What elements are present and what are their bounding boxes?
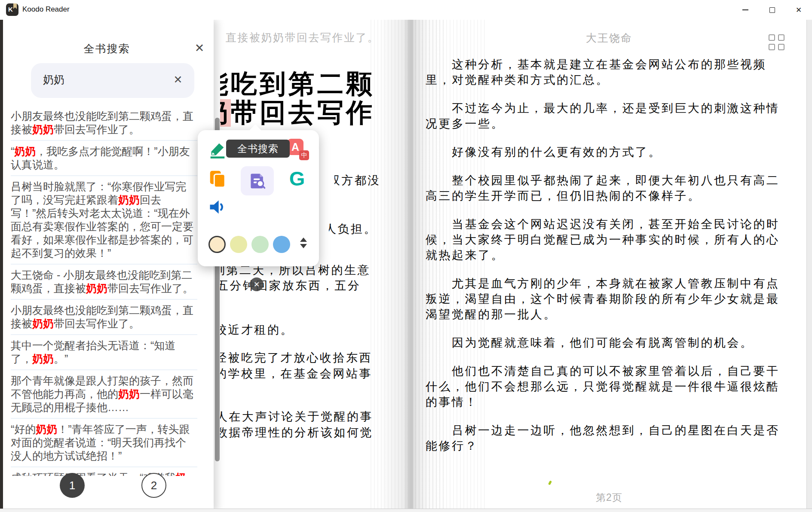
- search-result-item[interactable]: 那个青年就像是跟人打架的孩子，然而不管他能力再高，他的奶奶一样可以毫无顾忌的用棍…: [11, 370, 197, 419]
- window-left-edge: [0, 20, 3, 512]
- left-page-fragment-text: 校近才租的。: [220, 323, 294, 337]
- sort-up-arrow: [300, 238, 307, 242]
- book-text-line: 不过迄今为止，最大的几率，还是受到巨大的刺激这种情: [426, 101, 795, 116]
- search-result-item[interactable]: “奶奶，我吃多点才能觉醒啊！”小朋友认真说道。: [11, 141, 197, 176]
- search-result-line: “奶奶，我吃多点才能觉醒啊！”小朋友: [11, 145, 197, 158]
- search-result-item[interactable]: 其中一个觉醒者抬头无语道：“知道了，奶奶。”: [11, 335, 197, 370]
- search-result-line: 了吗，没写完赶紧跟着奶奶回去: [11, 193, 197, 207]
- book-text-line: 他们也不清楚自己真的可以不被家里管着以后，自己要干: [426, 363, 795, 379]
- search-result-text: 看好，如果寒假作业都是抄答案的，可: [11, 234, 193, 246]
- search-result-line: 接被奶奶带回去写作业了。: [11, 123, 197, 136]
- book-paragraph: 尤其是血气方刚的少年，本身就在被家人管教压制中有点叛逆，渴望自由，这个时候青春期…: [426, 276, 795, 322]
- book-text-line: 尤其是血气方刚的少年，本身就在被家人管教压制中有点: [426, 276, 795, 291]
- search-result-item[interactable]: 大王饶命 - 小朋友最终也没能吃到第二颗鸡蛋，直接被奶奶带回去写作业了。: [11, 265, 197, 300]
- dictionary-search-icon[interactable]: [241, 166, 274, 195]
- book-text-line: 吕树一边走一边听，他忽然想到，自己的星图在白天是否: [426, 423, 795, 438]
- koodo-reader-window: 直接被奶奶带回去写作业了。 能吃到第二颗奶带回去写作 双方都没有人负担。到第二天…: [0, 0, 812, 512]
- search-result-item[interactable]: 成秋巧环顾四周看了半天：“难道我奶奶说的是真的？”: [11, 467, 197, 476]
- search-input[interactable]: [43, 73, 163, 86]
- search-result-text: 认真说道。: [11, 158, 64, 171]
- search-result-text: 带回去写作业了。: [107, 282, 193, 294]
- search-result-line: 其中一个觉醒者抬头无语道：“知道: [11, 339, 197, 352]
- sort-down-arrow: [300, 244, 307, 248]
- book-text-line: 因为觉醒就意味着，他们可能会有脱离管制的机会。: [426, 335, 795, 350]
- book-text-line: 高三的学生开学而已，但仍旧热闹的不像样子。: [426, 188, 795, 204]
- search-clear-icon[interactable]: ✕: [171, 73, 185, 86]
- book-text-line: 什么，他们不会想那么远，只觉得觉醒就是一件很牛逼很炫酷: [426, 379, 795, 394]
- search-result-line: 写！”然后转头对老太太说道：“现在外: [11, 207, 197, 220]
- left-page-fragment-text: 人在大声讨论关于觉醒的事: [220, 409, 373, 424]
- highlight-color-swatch[interactable]: [208, 236, 226, 253]
- left-page-large-line-text: 能吃到第二颗: [220, 70, 375, 98]
- book-text-line: 况更多一些。: [426, 116, 795, 131]
- book-text-line: 整个校园里似乎都热闹了起来，即便大年初八也只有高二: [426, 173, 795, 188]
- page-layout-grid-icon[interactable]: [769, 34, 785, 51]
- search-result-item[interactable]: 小朋友最终也没能吃到第二颗鸡蛋，直接被奶奶带回去写作业了。: [11, 106, 197, 141]
- left-page-text-fragment: 校近才租的。: [220, 323, 378, 337]
- search-result-text: 回去: [140, 194, 161, 206]
- search-result-line: 大王饶命 - 小朋友最终也没能吃到第二: [11, 268, 197, 282]
- window-controls: ✕: [732, 0, 812, 20]
- annotation-dot[interactable]: [548, 480, 552, 485]
- highlight-color-swatch[interactable]: [230, 236, 247, 253]
- search-result-item[interactable]: 吕树当时脸就黑了：“你寒假作业写完了吗，没写完赶紧跟着奶奶回去写！”然后转头对老…: [11, 176, 197, 265]
- popup-close-button[interactable]: ✕: [250, 277, 264, 291]
- left-page-running-header: 直接被奶奶带回去写作业了。: [226, 30, 380, 45]
- book-text-line: 候，当大家终于明白觉醒已成为一种事实的时候，所有人的心: [426, 232, 795, 247]
- minimize-button[interactable]: [732, 0, 759, 20]
- search-result-line: 没人的地方试试绝招！”: [11, 449, 197, 463]
- book-paragraph: 好像没有别的什么更有效的方式了。: [426, 144, 795, 160]
- search-match-highlight: 奶奶: [32, 353, 54, 365]
- search-result-text: 无顾忌的用棍子揍他……: [11, 401, 129, 413]
- search-result-text: 小朋友最终也没能吃到第二颗鸡蛋，直: [11, 110, 193, 122]
- book-paragraph: 吕树一边走一边听，他忽然想到，自己的星图在白天是否能修行？: [426, 423, 795, 454]
- color-sort-arrows-icon[interactable]: [300, 238, 309, 255]
- search-match-highlight: 奶奶: [86, 282, 107, 294]
- left-page-text-fragment: 的学校里，在基金会网站事: [220, 366, 378, 381]
- highlight-color-swatch[interactable]: [251, 236, 269, 253]
- search-result-text: 不管他能力再高，他的: [11, 388, 118, 400]
- search-result-text: 那个青年就像是跟人打架的孩子，然而: [11, 375, 193, 387]
- text-to-speech-icon[interactable]: [208, 198, 227, 217]
- search-result-line: 认真说道。: [11, 158, 197, 171]
- book-text-line: 就热起来了。: [426, 247, 795, 263]
- page-number-footer: 第2页: [412, 491, 806, 504]
- close-button[interactable]: ✕: [785, 0, 812, 20]
- left-page-text-fragment: 人在大声讨论关于觉醒的事: [220, 409, 378, 424]
- maximize-button[interactable]: [759, 0, 785, 20]
- translate-letter-zhong: 中: [299, 150, 309, 160]
- book-paragraph: 因为觉醒就意味着，他们可能会有脱离管制的机会。: [426, 335, 795, 350]
- book-text-line: 渴望觉醒的那一批人。: [426, 307, 795, 322]
- search-result-text: 带回去写作业了。: [54, 317, 140, 329]
- search-match-highlight: 奶奶: [32, 123, 54, 135]
- app-logo-bookmark: [13, 3, 17, 9]
- sidebar-title: 全书搜索: [0, 42, 214, 56]
- search-result-line: 不管他能力再高，他的奶奶一样可以毫: [11, 387, 197, 401]
- search-result-text: 其中一个觉醒者抬头无语道：“知道: [11, 339, 175, 351]
- results-page-button-2[interactable]: 2: [141, 473, 166, 498]
- close-icon: ✕: [796, 6, 802, 14]
- left-page-text-fragment: 双方都没有: [334, 173, 378, 188]
- search-result-text: ！”青年答应了一声，转头跟: [57, 423, 190, 435]
- grid-square: [769, 34, 775, 41]
- search-result-item[interactable]: 小朋友最终也没能吃到第二颗鸡蛋，直接被奶奶带回去写作业了。: [11, 300, 197, 335]
- search-box[interactable]: ✕: [31, 63, 194, 98]
- book-paragraph: 他们也不清楚自己真的可以不被家里管着以后，自己要干什么，他们不会想那么远，只觉得…: [426, 363, 795, 410]
- google-search-icon[interactable]: G: [286, 168, 308, 189]
- book-text-line: 当基金会这个网站迟迟没有关闭，甚至开始全民讨论的时: [426, 216, 795, 232]
- translate-icon[interactable]: A + 中: [287, 139, 307, 158]
- search-result-line: 了，奶奶。”: [11, 352, 197, 366]
- results-page-button-1[interactable]: 1: [60, 473, 85, 498]
- highlight-color-swatch[interactable]: [273, 236, 290, 253]
- search-result-text: 起不到复习的效果！”: [11, 247, 111, 259]
- sidebar-close-icon[interactable]: ✕: [192, 41, 207, 56]
- copy-icon[interactable]: [208, 169, 227, 189]
- highlight-pen-icon[interactable]: [208, 140, 227, 159]
- left-page-fragment-text: 双方都没有: [334, 173, 378, 188]
- search-match-highlight: 奶奶: [118, 194, 140, 206]
- search-result-item[interactable]: “好的奶奶！”青年答应了一声，转头跟对面的觉醒者说道：“明天我们再找个没人的地方…: [11, 419, 197, 467]
- app-logo-letter: K: [8, 6, 13, 13]
- search-result-line: 接被奶奶带回去写作业了。: [11, 317, 197, 330]
- search-result-line: 小朋友最终也没能吃到第二颗鸡蛋，直: [11, 304, 197, 317]
- left-page-large-line-text: 奶带回去写作: [220, 99, 375, 126]
